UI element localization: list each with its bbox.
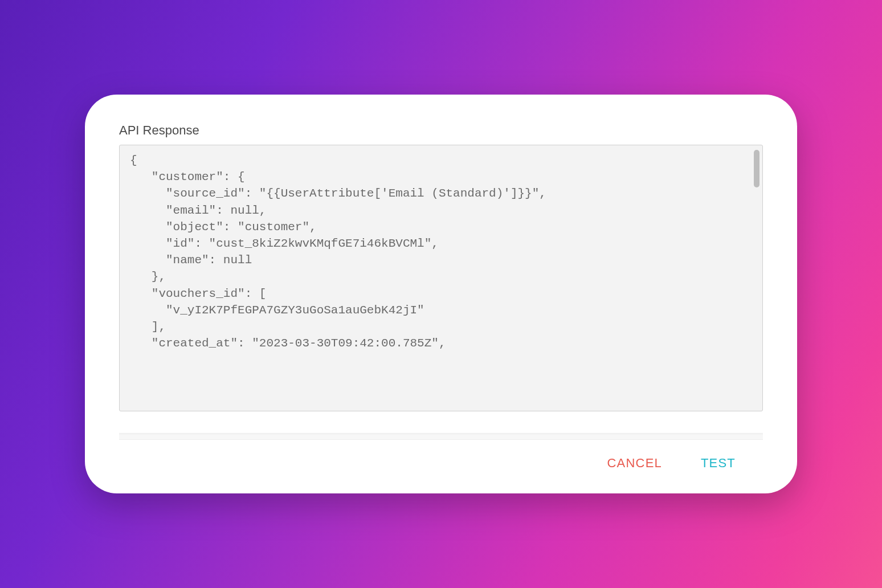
api-response-box[interactable]: { "customer": { "source_id": "{{UserAttr…: [119, 145, 763, 411]
modal-card: API Response { "customer": { "source_id"…: [85, 95, 797, 493]
api-response-content: { "customer": { "source_id": "{{UserAttr…: [120, 145, 762, 411]
test-button[interactable]: TEST: [701, 456, 736, 471]
thin-bar: [119, 434, 763, 440]
section-label: API Response: [119, 123, 763, 138]
modal-footer: CANCEL TEST: [119, 440, 763, 471]
cancel-button[interactable]: CANCEL: [607, 456, 662, 471]
scrollbar-thumb[interactable]: [754, 150, 760, 187]
divider: [119, 433, 763, 434]
